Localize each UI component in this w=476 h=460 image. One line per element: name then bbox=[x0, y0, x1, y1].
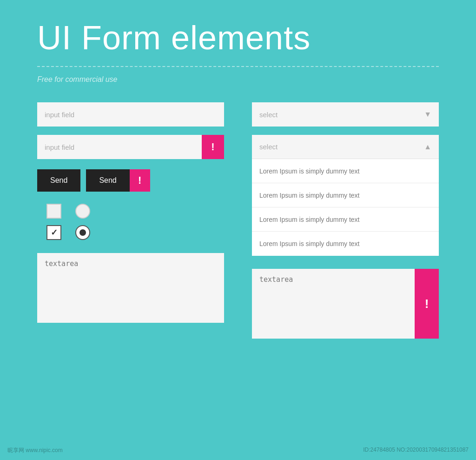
select-option-3-label: Lorem Ipsum is simply dummy text bbox=[259, 216, 360, 223]
watermark-right: ID:24784805 NO:20200317094821351087 bbox=[363, 447, 469, 454]
btn-error-badge: ! bbox=[130, 169, 150, 192]
radio-unchecked[interactable] bbox=[75, 204, 90, 219]
textarea-error[interactable] bbox=[252, 269, 439, 339]
watermark: 昵享网 www.nipic.com ID:24784805 NO:2020031… bbox=[0, 447, 476, 454]
checkbox-unchecked[interactable] bbox=[46, 204, 61, 219]
select-option-3[interactable]: Lorem Ipsum is simply dummy text bbox=[252, 207, 439, 232]
chevron-up-icon: ▲ bbox=[424, 143, 431, 151]
subtitle: Free for commercial use bbox=[37, 75, 439, 84]
input-normal-wrapper: input field bbox=[37, 102, 224, 127]
input-error-wrapper: input field ! bbox=[37, 135, 224, 159]
select-open-label: select bbox=[259, 143, 278, 151]
send-button-error[interactable]: Send bbox=[86, 169, 129, 192]
select-option-1[interactable]: Lorem Ipsum is simply dummy text bbox=[252, 159, 439, 183]
select-option-2[interactable]: Lorem Ipsum is simply dummy text bbox=[252, 183, 439, 207]
chevron-down-icon: ▼ bbox=[424, 110, 431, 119]
left-column: input field input field ! Send Send ! bbox=[37, 102, 224, 339]
buttons-row: Send Send ! bbox=[37, 169, 224, 192]
select-option-1-label: Lorem Ipsum is simply dummy text bbox=[259, 167, 360, 175]
send-button-normal[interactable]: Send bbox=[37, 169, 80, 192]
radio-checked[interactable] bbox=[75, 225, 90, 240]
textarea-normal-wrapper bbox=[37, 253, 224, 323]
textarea-error-wrapper: ! bbox=[252, 269, 439, 339]
select-option-4[interactable]: Lorem Ipsum is simply dummy text bbox=[252, 232, 439, 256]
select-option-2-label: Lorem Ipsum is simply dummy text bbox=[259, 192, 360, 199]
page-title: UI Form elements bbox=[37, 19, 439, 57]
input-normal[interactable]: input field bbox=[37, 102, 224, 127]
select-open-header[interactable]: select ▲ bbox=[252, 135, 439, 159]
right-column: select ▼ select ▲ Lorem Ipsum is simply … bbox=[252, 102, 439, 339]
textarea-error-badge: ! bbox=[415, 269, 439, 339]
radio-col bbox=[75, 204, 90, 240]
input-error[interactable]: input field bbox=[37, 135, 224, 159]
select-normal[interactable]: select ▼ bbox=[252, 102, 439, 127]
controls-row: ✓ bbox=[37, 204, 224, 240]
page-container: UI Form elements Free for commercial use… bbox=[0, 0, 476, 460]
select-options-list: Lorem Ipsum is simply dummy text Lorem I… bbox=[252, 159, 439, 256]
checkbox-col: ✓ bbox=[46, 204, 61, 240]
select-normal-wrapper: select ▼ bbox=[252, 102, 439, 127]
btn-error-wrapper: Send ! bbox=[86, 169, 150, 192]
watermark-left: 昵享网 www.nipic.com bbox=[7, 447, 63, 454]
select-option-4-label: Lorem Ipsum is simply dummy text bbox=[259, 240, 360, 247]
content-area: input field input field ! Send Send ! bbox=[37, 102, 439, 339]
radio-dot-icon bbox=[79, 229, 86, 236]
select-normal-label: select bbox=[259, 111, 278, 119]
divider bbox=[37, 66, 439, 67]
checkbox-checked[interactable]: ✓ bbox=[46, 225, 61, 240]
textarea-normal[interactable] bbox=[37, 253, 224, 323]
select-open: select ▲ Lorem Ipsum is simply dummy tex… bbox=[252, 135, 439, 256]
input-error-badge: ! bbox=[202, 135, 224, 159]
checkmark-icon: ✓ bbox=[51, 227, 58, 238]
